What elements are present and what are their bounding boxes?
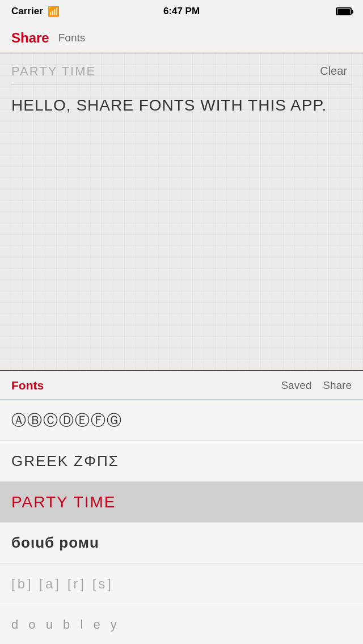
time-label: 6:47 PM [163, 6, 200, 17]
font-item-label: [b] [a] [r] [s] [11, 576, 113, 592]
font-item-label: ⒶⒷⒸⒹⒺⒻⒼ [11, 410, 123, 430]
bottom-nav-bar: Fonts Saved Share [0, 371, 363, 400]
font-item-label: GRΕΕK ZΦΠΣ [11, 452, 119, 470]
font-item-greek[interactable]: GRΕΕK ZΦΠΣ [0, 441, 363, 482]
clear-button[interactable]: Clear [315, 62, 352, 80]
font-list: ⒶⒷⒸⒹⒺⒻⒼ GRΕΕK ZΦΠΣ PARTY TIME бoιuб ромu… [0, 400, 363, 644]
bottom-nav-saved-label[interactable]: Saved [281, 379, 311, 392]
font-item-label: d o u b l e y [11, 617, 120, 632]
nav-title-fonts: Fonts [58, 32, 86, 44]
bottom-nav-share-label[interactable]: Share [323, 379, 352, 392]
carrier-label: Carrier [11, 6, 43, 17]
font-item-bars[interactable]: [b] [a] [r] [s] [0, 564, 363, 604]
font-item-bold-rom[interactable]: бoιuб ромu [0, 523, 363, 564]
bottom-nav-fonts-label[interactable]: Fonts [11, 379, 269, 392]
wifi-icon: 📶 [48, 6, 60, 18]
nav-title-share: Share [11, 30, 49, 46]
font-item-label: бoιuб ромu [11, 534, 99, 552]
preview-text: HELLO, SHARE FONTS WITH THIS APP. [11, 94, 352, 116]
font-item-label: PARTY TIME [11, 493, 116, 511]
bottom-panel: Fonts Saved Share ⒶⒷⒸⒹⒺⒻⒼ GRΕΕK ZΦΠΣ PAR… [0, 371, 363, 644]
font-item-doubley[interactable]: d o u b l e y [0, 604, 363, 644]
font-item-party[interactable]: PARTY TIME [0, 482, 363, 523]
font-item-circles[interactable]: ⒶⒷⒸⒹⒺⒻⒼ [0, 400, 363, 441]
status-bar: Carrier 📶 6:47 PM [0, 0, 363, 23]
input-row: Clear [11, 62, 352, 85]
font-name-input[interactable] [11, 64, 315, 79]
content-area: Clear HELLO, SHARE FONTS WITH THIS APP. [0, 53, 363, 371]
nav-bar: Share Fonts [0, 23, 363, 53]
battery-icon [336, 7, 352, 15]
